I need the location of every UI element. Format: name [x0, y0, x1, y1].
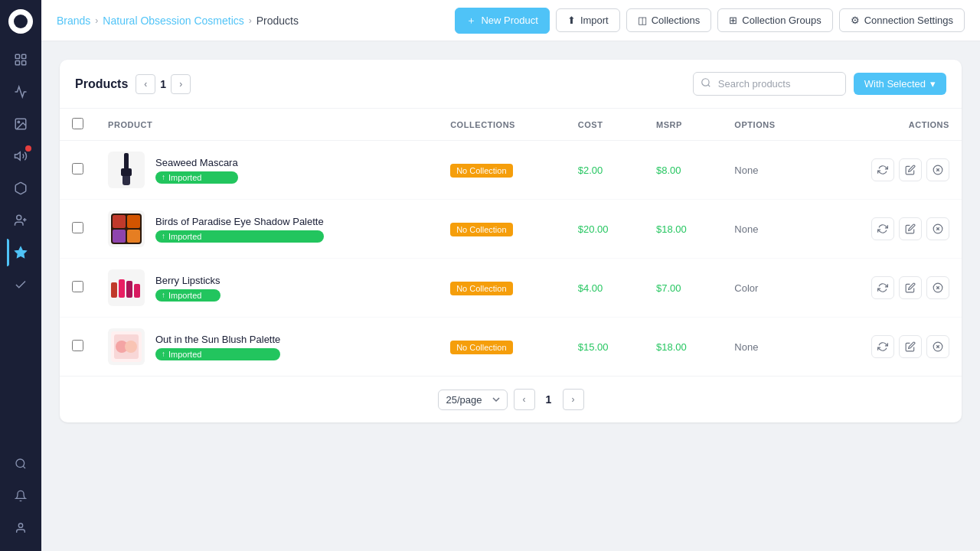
breadcrumb-sep-1: › [95, 15, 98, 26]
msrp-cell: $18.00 [644, 318, 722, 377]
options-cell: None [722, 318, 815, 377]
product-name: Out in the Sun Blush Palette [155, 334, 280, 345]
row-checkbox[interactable] [72, 222, 83, 233]
sidebar-item-products[interactable] [7, 174, 34, 202]
options-cell: None [722, 200, 815, 259]
table-header-row: PRODUCT COLLECTIONS COST MSRP OPTIONS AC… [60, 109, 962, 141]
products-table: PRODUCT COLLECTIONS COST MSRP OPTIONS AC… [60, 109, 962, 376]
breadcrumb-current: Products [256, 15, 299, 27]
svg-rect-32 [126, 281, 132, 298]
svg-rect-1 [22, 54, 26, 58]
col-cost: COST [566, 109, 644, 141]
with-selected-button[interactable]: With Selected ▾ [854, 73, 946, 95]
breadcrumb-sep-2: › [249, 15, 252, 26]
cost-cell: $2.00 [566, 141, 644, 200]
footer-next-page[interactable]: › [563, 389, 584, 410]
edit-button[interactable] [899, 217, 922, 240]
cost-cell: $20.00 [566, 200, 644, 259]
plus-icon: ＋ [466, 14, 476, 28]
sidebar-bottom [7, 450, 34, 542]
sync-button[interactable] [871, 335, 894, 358]
row-checkbox-cell [60, 141, 96, 200]
svg-marker-6 [15, 152, 21, 161]
svg-rect-30 [111, 282, 117, 298]
sync-button[interactable] [871, 276, 894, 299]
next-page-button[interactable]: › [171, 74, 191, 94]
with-selected-label: With Selected [864, 78, 926, 90]
actions-cell [815, 259, 962, 318]
dropdown-icon: ▾ [930, 78, 936, 90]
header-pagination: ‹ 1 › [136, 74, 191, 94]
settings-icon: ⚙ [851, 15, 860, 26]
options-value: None [734, 341, 758, 353]
select-all-checkbox[interactable] [72, 118, 83, 129]
row-checkbox[interactable] [72, 163, 83, 174]
sidebar-item-checkmark[interactable] [7, 271, 34, 298]
row-checkbox-cell [60, 200, 96, 259]
collections-icon: ◫ [638, 15, 647, 26]
sidebar-item-analytics[interactable] [7, 78, 34, 106]
edit-button[interactable] [899, 158, 922, 181]
sidebar-item-dashboard[interactable] [7, 46, 34, 73]
options-cell: Color [722, 259, 815, 318]
connection-settings-button[interactable]: ⚙ Connection Settings [839, 8, 965, 32]
sidebar-item-search[interactable] [7, 450, 34, 478]
product-info: Out in the Sun Blush Palette Imported [155, 334, 280, 360]
product-cell: Birds of Paradise Eye Shadow Palette Imp… [96, 200, 438, 259]
row-checkbox-cell [60, 318, 96, 377]
col-options: OPTIONS [722, 109, 815, 141]
new-product-button[interactable]: ＋ New Product [455, 8, 549, 34]
options-value: None [734, 165, 758, 176]
product-image [108, 328, 145, 365]
logo[interactable] [8, 9, 33, 34]
delete-button[interactable] [926, 158, 949, 181]
collection-groups-button[interactable]: ⊞ Collection Groups [717, 8, 832, 32]
product-cell: Out in the Sun Blush Palette Imported [96, 318, 438, 377]
sidebar-item-users[interactable] [7, 207, 34, 234]
header-checkbox-cell [60, 109, 96, 141]
topbar-actions: ＋ New Product ⬆ Import ◫ Collections ⊞ C… [455, 8, 965, 34]
sidebar-item-account[interactable] [7, 514, 34, 542]
search-input[interactable] [693, 72, 846, 96]
collection-badge: No Collection [450, 341, 512, 354]
delete-button[interactable] [926, 217, 949, 240]
footer-prev-page[interactable]: ‹ [514, 389, 535, 410]
sync-button[interactable] [871, 158, 894, 181]
delete-button[interactable] [926, 276, 949, 299]
svg-line-15 [708, 85, 710, 87]
svg-point-7 [17, 215, 21, 220]
svg-point-40 [125, 341, 137, 353]
svg-rect-31 [119, 279, 125, 298]
edit-button[interactable] [899, 276, 922, 299]
sync-button[interactable] [871, 217, 894, 240]
prev-page-button[interactable]: ‹ [136, 74, 155, 94]
col-msrp: MSRP [644, 109, 722, 141]
delete-button[interactable] [926, 335, 949, 358]
sidebar-item-notifications[interactable] [7, 482, 34, 510]
cost-value: $20.00 [578, 223, 609, 235]
search-wrap [693, 72, 846, 96]
table-row: Berry Lipsticks Imported No Collection $… [60, 259, 962, 318]
actions-cell [815, 200, 962, 259]
cost-value: $4.00 [578, 282, 603, 294]
collections-button[interactable]: ◫ Collections [626, 8, 712, 32]
per-page-select[interactable]: 10/page 25/page 50/page 100/page [438, 390, 508, 410]
collection-badge: No Collection [450, 164, 512, 178]
row-checkbox[interactable] [72, 281, 83, 292]
cost-value: $15.00 [578, 341, 609, 353]
sidebar-item-campaigns[interactable] [7, 142, 34, 170]
notification-badge [25, 145, 31, 152]
table-footer: 10/page 25/page 50/page 100/page ‹ 1 › [60, 376, 962, 422]
import-button[interactable]: ⬆ Import [556, 8, 620, 32]
collection-groups-icon: ⊞ [729, 15, 737, 26]
row-checkbox[interactable] [72, 340, 83, 351]
svg-rect-33 [134, 284, 140, 298]
breadcrumb-brands[interactable]: Brands [57, 15, 90, 27]
active-indicator [7, 239, 9, 266]
sidebar-item-star[interactable] [7, 239, 34, 266]
edit-button[interactable] [899, 335, 922, 358]
sidebar-item-media[interactable] [7, 110, 34, 138]
footer-current-page: 1 [541, 393, 557, 406]
svg-rect-3 [22, 61, 26, 65]
breadcrumb-brand-name[interactable]: Natural Obsession Cosmetics [103, 15, 243, 27]
